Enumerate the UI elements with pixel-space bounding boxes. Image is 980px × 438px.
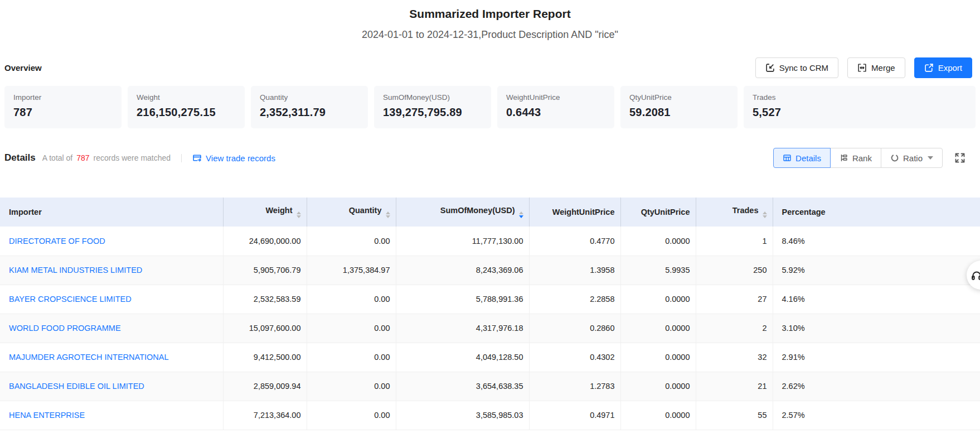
importer-link[interactable]: MAJUMDER AGROTECH INTERNATIONAL — [9, 353, 169, 362]
tab-ratio[interactable]: Ratio — [881, 148, 943, 168]
sync-to-crm-button[interactable]: Sync to CRM — [755, 57, 838, 78]
table-row: BANGLADESH EDIBLE OIL LIMITED2,859,009.9… — [0, 372, 980, 401]
value-cell: 0.00 — [307, 372, 396, 401]
tab-details-label: Details — [795, 153, 821, 163]
value-cell: 0.00 — [307, 343, 396, 372]
table-header-label: Weight — [265, 206, 292, 215]
value-cell: 4,049,128.50 — [396, 343, 529, 372]
value-cell: 1.2783 — [529, 372, 620, 401]
importer-table: ImporterWeightQuantitySumOfMoney(USD)Wei… — [0, 198, 980, 430]
value-cell: 250 — [696, 256, 773, 285]
value-cell: 0.0000 — [620, 343, 696, 372]
importer-link[interactable]: BANGLADESH EDIBLE OIL LIMITED — [9, 382, 144, 391]
value-cell: 5.9935 — [620, 256, 696, 285]
stat-card: Importer787 — [4, 86, 122, 128]
page-title: Summarized Importer Report — [0, 0, 980, 21]
value-cell: 0.0000 — [620, 285, 696, 314]
view-trade-records-link[interactable]: View trade records — [192, 153, 275, 163]
stat-card-label: Importer — [13, 93, 113, 102]
table-row: HENA ENTERPRISE7,213,364.000.003,585,985… — [0, 401, 980, 430]
value-cell: 5,905,706.79 — [223, 256, 307, 285]
value-cell: 0.0000 — [620, 372, 696, 401]
stat-card-value: 787 — [13, 106, 113, 119]
view-trade-records-label: View trade records — [206, 153, 275, 163]
value-cell: 2.57% — [773, 401, 980, 430]
tab-rank[interactable]: Rank — [830, 148, 881, 168]
stat-card-label: WeightUnitPrice — [506, 93, 605, 102]
importer-cell: HENA ENTERPRISE — [0, 401, 223, 430]
value-cell: 15,097,600.00 — [223, 314, 307, 343]
table-header-cell[interactable]: Weight — [223, 198, 307, 227]
value-cell: 2.62% — [773, 372, 980, 401]
stat-card: Trades5,527 — [744, 86, 976, 128]
value-cell: 0.00 — [307, 285, 396, 314]
value-cell: 3,654,638.35 — [396, 372, 529, 401]
page-subtitle: 2024-01-01 to 2024-12-31,Product Descrip… — [0, 28, 980, 41]
importer-cell: DIRECTORATE OF FOOD — [0, 227, 223, 256]
value-cell: 2 — [696, 314, 773, 343]
stat-card-label: Trades — [753, 93, 967, 102]
stat-card-value: 2,352,311.79 — [260, 106, 359, 119]
value-cell: 27 — [696, 285, 773, 314]
stat-card-value: 0.6443 — [506, 106, 605, 119]
table-header-cell: Percentage — [773, 198, 980, 227]
importer-link[interactable]: BAYER CROPSCIENCE LIMITED — [9, 295, 132, 304]
value-cell: 0.4770 — [529, 227, 620, 256]
merge-button[interactable]: Merge — [847, 57, 905, 78]
tab-details[interactable]: Details — [773, 148, 831, 168]
vertical-divider — [181, 154, 182, 162]
value-cell: 0.00 — [307, 227, 396, 256]
stat-cards-row: Importer787Weight216,150,275.15Quantity2… — [4, 86, 976, 128]
table-row: BAYER CROPSCIENCE LIMITED2,532,583.590.0… — [0, 285, 980, 314]
fullscreen-button[interactable] — [954, 152, 966, 163]
details-bar: Details A total of787records were matche… — [4, 147, 966, 169]
table-header-cell[interactable]: SumOfMoney(USD) — [396, 198, 529, 227]
table-header-cell[interactable]: Trades — [696, 198, 773, 227]
table-row: WORLD FOOD PROGRAMME15,097,600.000.004,3… — [0, 314, 980, 343]
table-header-label: Importer — [9, 208, 42, 216]
stat-card: WeightUnitPrice0.6443 — [497, 86, 614, 128]
value-cell: 4.16% — [773, 285, 980, 314]
caret-down-icon — [928, 156, 933, 160]
value-cell: 0.0000 — [620, 401, 696, 430]
importer-link[interactable]: HENA ENTERPRISE — [9, 411, 85, 420]
value-cell: 11,777,130.00 — [396, 227, 529, 256]
value-cell: 1.3958 — [529, 256, 620, 285]
value-cell: 32 — [696, 343, 773, 372]
value-cell: 5.92% — [773, 256, 980, 285]
value-cell: 7,213,364.00 — [223, 401, 307, 430]
value-cell: 8.46% — [773, 227, 980, 256]
value-cell: 2,532,583.59 — [223, 285, 307, 314]
overview-bar: Overview Sync to CRM Merge — [4, 57, 972, 78]
table-header-cell[interactable]: Quantity — [307, 198, 396, 227]
value-cell: 3,585,985.03 — [396, 401, 529, 430]
export-button[interactable]: Export — [914, 57, 972, 78]
records-count: 787 — [72, 153, 93, 162]
sync-to-crm-label: Sync to CRM — [779, 63, 828, 73]
value-cell: 55 — [696, 401, 773, 430]
value-cell: 0.0000 — [620, 227, 696, 256]
stat-card-value: 5,527 — [753, 106, 967, 119]
value-cell: 0.4302 — [529, 343, 620, 372]
overview-heading: Overview — [4, 63, 42, 73]
importer-cell: BANGLADESH EDIBLE OIL LIMITED — [0, 372, 223, 401]
table-header-label: Percentage — [782, 208, 826, 216]
stat-card-label: Weight — [137, 93, 236, 102]
sort-icon — [519, 211, 523, 218]
stat-card-label: QtyUnitPrice — [629, 93, 729, 102]
importer-cell: KIAM METAL INDUSTRIES LIMITED — [0, 256, 223, 285]
fullscreen-icon — [954, 152, 966, 163]
stat-card-label: SumOfMoney(USD) — [383, 93, 482, 102]
export-label: Export — [938, 63, 962, 73]
stat-card: SumOfMoney(USD)139,275,795.89 — [374, 86, 491, 128]
importer-link[interactable]: DIRECTORATE OF FOOD — [9, 237, 105, 246]
table-header-label: QtyUnitPrice — [641, 208, 690, 216]
stat-card-value: 216,150,275.15 — [137, 106, 236, 119]
importer-link[interactable]: KIAM METAL INDUSTRIES LIMITED — [9, 266, 142, 275]
value-cell: 0.2860 — [529, 314, 620, 343]
details-left: Details A total of787records were matche… — [4, 152, 275, 163]
value-cell: 8,243,369.06 — [396, 256, 529, 285]
importer-link[interactable]: WORLD FOOD PROGRAMME — [9, 324, 121, 333]
value-cell: 2,859,009.94 — [223, 372, 307, 401]
value-cell: 9,412,500.00 — [223, 343, 307, 372]
